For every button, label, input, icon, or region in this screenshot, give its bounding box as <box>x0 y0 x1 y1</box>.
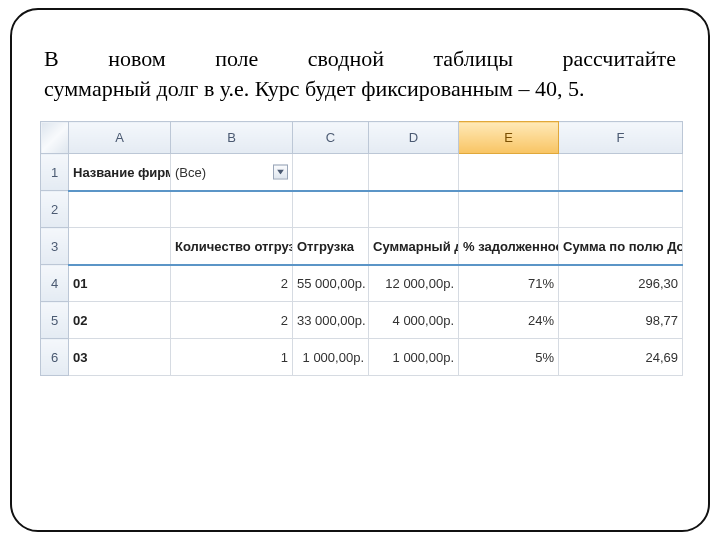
cell-a5[interactable]: 02 <box>69 302 171 339</box>
row-header-3[interactable]: 3 <box>41 228 69 265</box>
row-header-5[interactable]: 5 <box>41 302 69 339</box>
row-header-1[interactable]: 1 <box>41 154 69 191</box>
cell-e5[interactable]: 24% <box>459 302 559 339</box>
row-5: 5 02 2 33 000,00р. 4 000,00р. 24% 98,77 <box>41 302 683 339</box>
cell-e2[interactable] <box>459 191 559 228</box>
filter-value-cell[interactable]: (Все) <box>171 154 293 191</box>
row-3: 3 Количество отгрузок Отгрузка Суммарный… <box>41 228 683 265</box>
slide-frame: В новом поле сводной таблицы рассчитайте… <box>10 8 710 532</box>
row-header-4[interactable]: 4 <box>41 265 69 302</box>
cell-b2[interactable] <box>171 191 293 228</box>
cell-a6[interactable]: 03 <box>69 339 171 376</box>
cell-d2[interactable] <box>369 191 459 228</box>
instruction-line1: В новом поле сводной таблицы рассчитайте <box>44 44 676 74</box>
cell-d6[interactable]: 1 000,00р. <box>369 339 459 376</box>
cell-f6[interactable]: 24,69 <box>559 339 683 376</box>
col-header-c[interactable]: C <box>293 122 369 154</box>
cell-c2[interactable] <box>293 191 369 228</box>
cell-c4[interactable]: 55 000,00р. <box>293 265 369 302</box>
instruction-rest: суммарный долг в у.е. Курс будет фиксиро… <box>44 74 676 104</box>
cell-b5[interactable]: 2 <box>171 302 293 339</box>
cell-d1[interactable] <box>369 154 459 191</box>
hdr-d: Суммарный долг <box>369 228 459 265</box>
col-header-b[interactable]: B <box>171 122 293 154</box>
cell-a3[interactable] <box>69 228 171 265</box>
cell-d4[interactable]: 12 000,00р. <box>369 265 459 302</box>
row-2: 2 <box>41 191 683 228</box>
spreadsheet: A B C D E F 1 Название фирмы (Все) <box>40 121 680 376</box>
row-6: 6 03 1 1 000,00р. 1 000,00р. 5% 24,69 <box>41 339 683 376</box>
cell-e4[interactable]: 71% <box>459 265 559 302</box>
instruction-paragraph: В новом поле сводной таблицы рассчитайте… <box>44 44 676 103</box>
cell-a2[interactable] <box>69 191 171 228</box>
row-header-2[interactable]: 2 <box>41 191 69 228</box>
col-header-a[interactable]: A <box>69 122 171 154</box>
col-header-f[interactable]: F <box>559 122 683 154</box>
cell-d5[interactable]: 4 000,00р. <box>369 302 459 339</box>
col-header-e[interactable]: E <box>459 122 559 154</box>
hdr-c: Отгрузка <box>293 228 369 265</box>
row-1: 1 Название фирмы (Все) <box>41 154 683 191</box>
col-header-d[interactable]: D <box>369 122 459 154</box>
row-header-6[interactable]: 6 <box>41 339 69 376</box>
chevron-down-icon <box>277 170 284 175</box>
hdr-f: Сумма по полю Долг в у.е. <box>559 228 683 265</box>
cell-b6[interactable]: 1 <box>171 339 293 376</box>
filter-label: Название фирмы <box>69 154 171 191</box>
cell-f5[interactable]: 98,77 <box>559 302 683 339</box>
cell-f4[interactable]: 296,30 <box>559 265 683 302</box>
filter-value: (Все) <box>175 165 206 180</box>
cell-a4[interactable]: 01 <box>69 265 171 302</box>
cell-f1[interactable] <box>559 154 683 191</box>
row-4: 4 01 2 55 000,00р. 12 000,00р. 71% 296,3… <box>41 265 683 302</box>
cell-b4[interactable]: 2 <box>171 265 293 302</box>
sheet-table: A B C D E F 1 Название фирмы (Все) <box>40 121 683 376</box>
cell-e1[interactable] <box>459 154 559 191</box>
cell-c6[interactable]: 1 000,00р. <box>293 339 369 376</box>
cell-c5[interactable]: 33 000,00р. <box>293 302 369 339</box>
hdr-b: Количество отгрузок <box>171 228 293 265</box>
cell-e6[interactable]: 5% <box>459 339 559 376</box>
select-all-corner[interactable] <box>41 122 69 154</box>
cell-f2[interactable] <box>559 191 683 228</box>
filter-dropdown[interactable] <box>273 165 288 180</box>
hdr-e: % задолженности <box>459 228 559 265</box>
column-header-row: A B C D E F <box>41 122 683 154</box>
cell-c1[interactable] <box>293 154 369 191</box>
